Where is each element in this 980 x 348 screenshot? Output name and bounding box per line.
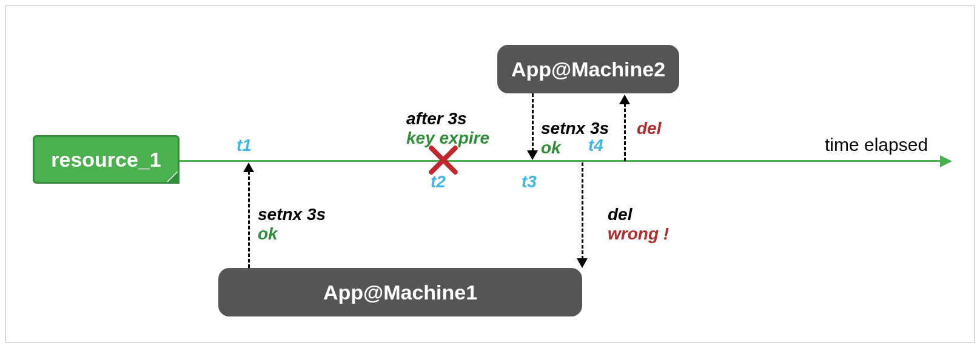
timeline-arrowhead-icon: [940, 155, 952, 167]
machine1-box: App@Machine1: [218, 268, 582, 316]
expire-after: after 3s: [406, 109, 467, 129]
timeline-axis: [180, 160, 944, 162]
machine1-label: App@Machine1: [323, 281, 477, 304]
machine2-label: App@Machine2: [511, 58, 665, 81]
m2-setnx-arrow-line: [532, 93, 534, 152]
m2-setnx-ok: ok: [541, 138, 561, 158]
m2-del-arrowhead-icon: [619, 95, 630, 104]
m2-setnx-arrowhead-icon: [527, 150, 538, 160]
m1-del-arrow-line: [582, 162, 583, 259]
m2-del-cmd: del: [637, 119, 661, 138]
diagram-frame: resource_1 time elapsed App@Machine1 App…: [5, 5, 975, 343]
m1-del-wrong: wrong !: [608, 224, 669, 244]
t1-label: t1: [237, 136, 252, 155]
machine2-box: App@Machine2: [497, 45, 679, 93]
t2-label: t2: [431, 172, 446, 192]
m2-del-arrow-line: [624, 103, 626, 161]
resource-box: resource_1: [33, 135, 180, 184]
t3-label: t3: [522, 172, 537, 192]
m1-setnx-arrowhead-icon: [243, 162, 254, 172]
dog-ear-icon: [167, 171, 178, 182]
m1-setnx-ok: ok: [258, 224, 278, 244]
m1-del-cmd: del: [608, 205, 632, 224]
expire-key: key expire: [406, 129, 489, 148]
m1-setnx-cmd: setnx 3s: [258, 205, 326, 224]
m1-del-arrowhead-icon: [577, 258, 588, 268]
t4-label: t4: [588, 136, 603, 155]
m1-setnx-arrow-line: [248, 171, 250, 268]
axis-label: time elapsed: [825, 135, 928, 155]
resource-label: resource_1: [51, 148, 161, 172]
